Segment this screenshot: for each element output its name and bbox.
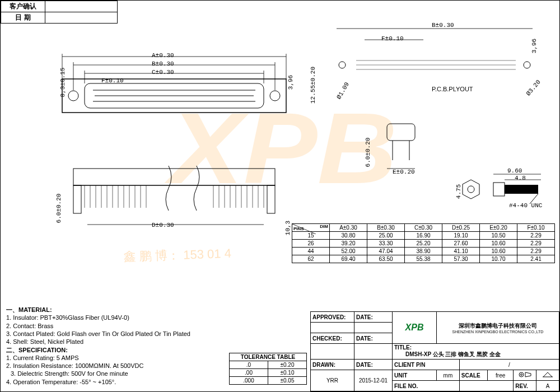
dim-D: D±0.30 (152, 222, 174, 228)
pcb-label: P.C.B.PLYOUT (432, 86, 473, 92)
watermark-text: 鑫 鹏 博： 153 01 4 (124, 245, 232, 266)
svg-point-61 (519, 372, 524, 377)
table-row: 4452.0047.0438.9041.1010.602.29 (292, 248, 555, 255)
company-logo: XPB (405, 323, 424, 332)
drawing-sheet: XPB 鑫 鹏 博： 153 01 4 客户确认 日 期 A±0.30 B±0.… (0, 0, 560, 392)
note-line: 3. Contact Plated: Gold Flash over Tin O… (6, 330, 230, 338)
checked-label: CHECKED: (311, 333, 354, 344)
note-line: 1. Insulator: PBT+30%Glass Fiber (UL94V-… (6, 314, 230, 321)
part-title: DMSH-XP 公头 三排 铆鱼叉 黑胶 全金 (394, 351, 501, 357)
dim-E: E±0.20 (393, 169, 415, 175)
svg-rect-23 (73, 169, 275, 185)
pins-col-corner: PINS (293, 226, 304, 231)
client-pn-value: / (459, 360, 559, 370)
company-en: SHENZHEN XINPENGBO ELECTRONICS CO.,LTD (439, 330, 557, 334)
dimension-table: DIM PINS A±0.30 B±0.30 C±0.30 D±0.25 E±0… (292, 223, 555, 263)
dim-396b: 3,96 (531, 39, 538, 53)
standoff-view (370, 118, 437, 185)
title-block: APPROVED: DATE: XPB 深圳市鑫鹏博电子科技有限公司 SHENZ… (310, 311, 559, 391)
side-view (57, 152, 292, 247)
title-label: TITLE: (394, 344, 412, 351)
company-cn: 深圳市鑫鹏博电子科技有限公司 (439, 322, 557, 330)
client-pn-label: CLIENT P/N (393, 360, 460, 370)
svg-point-62 (521, 374, 522, 376)
note-line: 2. Contact: Brass (6, 322, 230, 330)
dim-B2: B±0.30 (432, 22, 454, 29)
date-label-1: DATE: (354, 312, 393, 323)
svg-rect-47 (73, 185, 81, 213)
svg-rect-48 (267, 185, 275, 213)
svg-point-2 (68, 91, 78, 101)
date-label: 日 期 (1, 12, 45, 24)
spec-header: 二、SPECIFICATION: (6, 346, 230, 354)
note-line: 3. Dielectric Strength: 500V for One min… (6, 370, 230, 377)
file-no-label: FILE NO. (393, 381, 460, 391)
file-no-value (459, 381, 513, 391)
tolerance-caption: TOLERANCE TABLE (229, 353, 307, 361)
dim-1255: 12.55±0.20 (310, 67, 316, 104)
dim-103: 10,3 (284, 221, 291, 235)
scale-value: free (488, 370, 514, 381)
projection-symbol (514, 370, 536, 381)
svg-marker-54 (463, 180, 479, 199)
table-row: 2639.2033.3025.2027.6010.602.29 (292, 240, 555, 248)
dim-83: 8,3±0.15 (59, 68, 66, 97)
dim-396: 3,96 (287, 75, 294, 90)
svg-point-18 (339, 62, 346, 68)
svg-rect-56 (493, 183, 505, 196)
note-line: 2. Insulation Resistance: 1000MΩMIN. At … (6, 362, 230, 370)
angle-symbol (536, 370, 559, 381)
dim-48: 4.8 (515, 175, 526, 181)
unit-label: UNIT (393, 370, 437, 381)
svg-point-19 (524, 62, 530, 68)
drawn-label: DRAWN: (311, 360, 354, 370)
dim-thread: #4-40 UNC (509, 202, 542, 209)
approved-label: APPROVED: (311, 312, 354, 323)
dim-F: F±0.10 (101, 77, 124, 84)
dim-60: 6.0±0.20 (55, 194, 62, 223)
svg-point-3 (270, 91, 280, 101)
drawn-value: YRR (311, 370, 354, 391)
drawn-date: 2015-12-01 (354, 370, 393, 391)
rev-value: A (536, 381, 559, 391)
svg-point-55 (468, 186, 474, 193)
date-label-2: DATE: (354, 333, 393, 344)
unit-value: mm (437, 370, 460, 381)
dim-col-corner: DIM (320, 224, 328, 229)
dim-60b: 6.0±0.20 (365, 138, 371, 167)
scale-label: SCALE (459, 370, 487, 381)
date-label-3: DATE: (354, 360, 393, 370)
note-line: 4. Operation Temperature: -55° ~ +105°. (6, 378, 230, 386)
note-line: 4. Shell: Steel, Nickel Plated (6, 338, 230, 346)
table-row: 1530.8025.0016.9019.1010.502.29 (292, 232, 555, 240)
table-row: 6269.4063.5055.3857.3010.702.41 (292, 255, 555, 263)
rev-label: REV. (514, 381, 536, 391)
svg-rect-50 (387, 124, 415, 141)
tolerance-table: TOLERANCE TABLE .0±0.20 .00±0.10 .000±0.… (229, 353, 307, 385)
notes-block: 一、MATERIAL: 1. Insulator: PBT+30%Glass F… (6, 306, 230, 386)
note-line: 1. Current Rating: 5 AMPS (6, 354, 230, 362)
front-view (51, 34, 292, 129)
customer-confirm-label: 客户确认 (1, 1, 45, 12)
svg-rect-57 (505, 185, 538, 194)
dim-F2: F±0.10 (381, 35, 404, 42)
pcb-layout-view (325, 20, 549, 87)
dim-A: A±0.30 (152, 52, 174, 59)
material-header: 一、MATERIAL: (6, 306, 230, 314)
customer-confirm-box: 客户确认 日 期 (1, 1, 118, 24)
dim-960: 9.60 (507, 167, 522, 174)
dim-475: 4.75 (455, 184, 462, 199)
dim-C: C±0.30 (152, 69, 174, 76)
dim-B: B±0.30 (152, 60, 174, 67)
